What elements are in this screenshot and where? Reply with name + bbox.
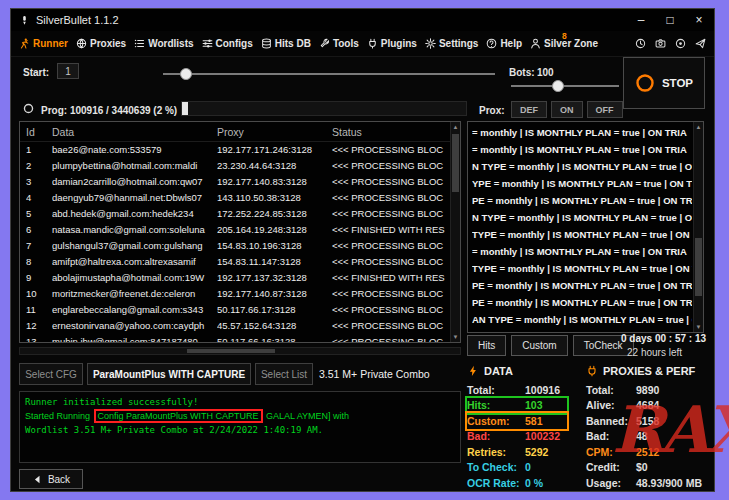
scroll-down-icon[interactable]: ▼ [694,322,703,332]
cell-proxy: 45.57.152.64:3128 [217,318,329,334]
select-list-button[interactable]: Select List [255,363,313,385]
cell-id: 4 [26,190,50,206]
stat-value: $0 [636,461,648,473]
menu-item-settings[interactable]: Settings [425,38,478,49]
table-row[interactable]: 9abolajimustapha@hotmail.com:19W192.177.… [20,270,460,286]
capture-line: YPE = monthly | IS MONTHLY PLAN = true |… [472,175,692,192]
hitsdb-icon [261,38,272,49]
table-row[interactable]: 4daengyub79@hanmail.net:Dbwls07143.110.5… [20,190,460,206]
back-button[interactable]: Back [19,469,83,489]
cell-status: <<< PROCESSING BLOC [332,302,450,318]
slider-thumb[interactable] [552,80,564,92]
menu-item-label: Wordlists [148,38,193,49]
stat-row-bad: Bad:100232 [467,429,567,445]
cell-data: ernestonirvana@yahoo.com:caydph [52,318,214,334]
scrollbar-thumb[interactable] [452,134,459,192]
slider-thumb[interactable] [180,68,192,80]
grid-col-data[interactable]: Data [52,122,74,142]
close-button[interactable]: × [692,9,706,31]
start-slider[interactable] [163,67,495,81]
hits-button[interactable]: Hits [467,335,506,356]
capture-line: N TYPE = monthly | IS MONTHLY PLAN = tru… [472,158,692,175]
proxies-icon [76,38,87,49]
stat-value: 5292 [525,446,548,458]
start-label: Start: [23,67,49,78]
bots-slider[interactable] [511,79,619,93]
grid-col-proxy[interactable]: Proxy [217,122,244,142]
minimize-button[interactable]: – [634,9,648,31]
table-row[interactable]: 6natasa.mandic@gmail.com:soleluna205.164… [20,222,460,238]
menu-items: RunnerProxiesWordlistsConfigsHits DBTool… [19,38,598,49]
menu-item-help[interactable]: Help [486,38,522,49]
table-row[interactable]: 2plumpybettina@hotmail.com:maldi23.230.4… [20,158,460,174]
scrollbar-thumb[interactable] [695,238,702,297]
table-row[interactable]: 10moritzmecker@freenet.de:celeron192.177… [20,286,460,302]
table-row[interactable]: 12ernestonirvana@yahoo.com:caydph45.57.1… [20,318,460,334]
stop-button[interactable]: STOP [623,57,705,109]
stat-value: 0 [525,461,531,473]
capture-line: AN TYPE = monthly | IS MONTHLY PLAN = tr… [472,311,692,328]
capture-vertical-scrollbar[interactable]: ▲ ▼ [693,122,703,332]
stat-row-banned: Banned:5158 [586,413,708,429]
log-line: Started Running Config ParaMountPlus WIT… [25,409,455,423]
start-input[interactable] [57,63,79,79]
stat-row-cpm: CPM:2512 [586,444,708,460]
progress-label: Prog: 100916 / 3440639 (2 %) [41,105,177,116]
grid-vertical-scrollbar[interactable]: ▲ ▼ [450,122,460,342]
table-row[interactable]: 11englarebeccalang@gmail.com:s34350.117.… [20,302,460,318]
send-icon[interactable] [695,38,706,49]
stat-row-tocheck: To Check:0 [467,460,567,476]
table-row[interactable]: 8amifpt@haltrexa.com:altrexasamif154.83.… [20,254,460,270]
capture-line: TYPE = monthly | IS MONTHLY PLAN = true … [472,226,692,243]
table-row[interactable]: 1bae26@nate.com:533579192.177.171.246:31… [20,142,460,158]
grid-col-id[interactable]: Id [26,122,35,142]
stat-row-ocrrate: OCR Rate:0 % [467,475,567,491]
menu-item-tools[interactable]: Tools [319,38,359,49]
prox-def-button[interactable]: DEF [511,101,547,118]
table-row[interactable]: 3damian2carrillo@hotmail.com:qw07192.177… [20,174,460,190]
menu-item-hits-db[interactable]: Hits DB [261,38,311,49]
data-stats-header: DATA [467,363,567,379]
custom-button[interactable]: Custom [511,335,567,356]
menu-item-plugins[interactable]: Plugins [367,38,417,49]
cell-status: <<< PROCESSING BLOC [332,142,450,158]
table-row[interactable]: 7gulshangul37@gmail.com:gulshang154.83.1… [20,238,460,254]
scrollbar-thumb[interactable] [187,349,275,353]
stat-label: Bad: [467,430,525,442]
config-name-button[interactable]: ParaMountPlus WITH CAPTURE [87,363,251,385]
cell-id: 5 [26,206,50,222]
table-row[interactable]: 5abd.hedek@gmail.com:hedek234172.252.224… [20,206,460,222]
maximize-button[interactable]: □ [663,9,677,31]
menu-item-wordlists[interactable]: Wordlists [134,38,193,49]
capture-panel: = monthly | IS MONTHLY PLAN = true | ON … [467,121,704,333]
scroll-up-icon[interactable]: ▲ [451,122,460,132]
stat-label: CPM: [586,446,636,458]
wordlist-name: 3.51 M+ Private Combo [319,368,430,380]
menu-item-runner[interactable]: Runner [19,38,68,49]
prox-on-button[interactable]: ON [551,101,583,118]
stat-label: Bad: [586,430,636,442]
capture-line: PE = monthly | IS MONTHLY PLAN = true | … [472,294,692,311]
grid-horizontal-scrollbar[interactable] [19,347,461,355]
table-row[interactable]: 13mubin.jbw@gmail.com:84718748050.117.66… [20,334,460,343]
proxies-stats-header: PROXIES & PERF [586,363,708,379]
stop-label: STOP [662,77,693,89]
menu-item-silver-zone[interactable]: Silver Zone8 [530,38,598,49]
scroll-up-icon[interactable]: ▲ [694,122,703,132]
cell-proxy: 172.252.224.85:3128 [217,206,329,222]
history-icon[interactable] [635,38,646,49]
grid-header: IdDataProxyStatus [20,122,460,142]
scroll-down-icon[interactable]: ▼ [451,332,460,342]
cell-data: natasa.mandic@gmail.com:soleluna [52,222,214,238]
stat-row-total: Total:100916 [467,382,567,398]
stat-label: OCR Rate: [467,477,525,489]
camera-icon[interactable] [655,38,666,49]
prox-off-button[interactable]: OFF [587,101,623,118]
record-icon[interactable] [675,38,686,49]
select-cfg-button[interactable]: Select CFG [19,363,83,385]
menu-item-proxies[interactable]: Proxies [76,38,126,49]
menu-bar: RunnerProxiesWordlistsConfigsHits DBTool… [11,31,714,57]
menu-item-configs[interactable]: Configs [202,38,253,49]
grid-col-status[interactable]: Status [332,122,362,142]
cell-proxy: 192.177.171.246:3128 [217,142,329,158]
